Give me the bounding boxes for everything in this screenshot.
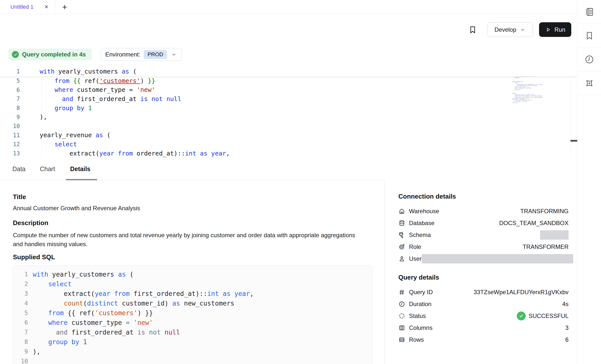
query-row-status: StatusSUCCESSFUL <box>398 310 569 322</box>
develop-dropdown[interactable]: Develop <box>487 22 533 37</box>
line-number: 1 <box>13 271 28 278</box>
description-value: Compute the number of new customers and … <box>13 231 365 249</box>
connection-row-user: User <box>398 253 569 265</box>
code-text: group by 1 <box>33 338 87 346</box>
row-label: Query ID <box>409 289 433 296</box>
row-value: 33TZseWpe1ALFDUYerxR1gVKxbv <box>474 289 569 296</box>
line-number: 5 <box>13 310 28 316</box>
line-number: 6 <box>13 319 28 326</box>
results-tab-bar: Data Chart Details <box>0 158 577 180</box>
code-line: 10 <box>0 122 577 131</box>
code-text: from {{ ref('customers') }} <box>33 309 153 317</box>
line-number: 10 <box>0 123 20 129</box>
sidebar-button-notebook[interactable] <box>578 0 601 24</box>
connection-row-schema: Schema <box>398 229 569 241</box>
description-heading: Description <box>13 219 48 227</box>
environment-label: Environment: <box>105 51 140 58</box>
row-label: Database <box>409 220 435 227</box>
code-text: extract(year from first_ordered_at)::int… <box>33 290 254 297</box>
sticky-scroll-line[interactable]: 1with yearly_customers as ( <box>0 67 577 77</box>
code-line: 8 group by 1 <box>0 104 577 113</box>
environment-selector[interactable]: Environment: PROD <box>101 48 182 61</box>
line-number: 12 <box>0 141 20 147</box>
title-value: Annual Customer Growth and Revenue Analy… <box>13 205 140 212</box>
row-label: Columns <box>409 324 433 331</box>
rows-icon <box>398 336 405 343</box>
role-icon <box>398 243 405 250</box>
code-line: 7 and first_ordered_at is not null <box>0 94 577 104</box>
details-panel: Title Annual Customer Growth and Revenue… <box>13 180 372 364</box>
row-label: Warehouse <box>409 208 439 215</box>
line-number: 9 <box>13 348 28 355</box>
chevron-down-icon <box>171 52 177 57</box>
code-text: count(distinct customer_id) as new_custo… <box>33 300 234 307</box>
details-sidebar: Connection details WarehouseTRANSFORMING… <box>384 180 577 364</box>
tab-chart[interactable]: Chart <box>40 158 55 180</box>
query-row-rows: Rows6 <box>398 334 569 346</box>
connection-details-rows: WarehouseTRANSFORMINGDatabaseDOCS_TEAM_S… <box>398 205 569 265</box>
line-number: 8 <box>13 338 28 345</box>
develop-label: Develop <box>494 26 516 33</box>
code-text: yearly_revenue as ( <box>40 131 110 139</box>
code-text: group by 1 <box>40 104 92 112</box>
notebook-icon <box>584 7 595 17</box>
tab-data[interactable]: Data <box>12 158 26 180</box>
row-value: 6 <box>565 336 569 343</box>
row-label: Status <box>409 312 426 319</box>
chevron-down-icon <box>520 27 526 33</box>
line-number: 6 <box>0 87 20 93</box>
row-label: Schema <box>409 232 431 238</box>
code-line: 7 and first_ordered_at is not null <box>13 327 372 337</box>
code-text: where customer_type = 'new' <box>33 319 153 326</box>
row-value <box>422 254 573 263</box>
check-circle-icon <box>12 51 19 58</box>
row-value: TRANSFORMER <box>523 243 569 250</box>
code-line: 2 select <box>13 279 372 289</box>
sidebar-button-bookmark[interactable] <box>578 24 601 48</box>
code-line: 3 extract(year from first_ordered_at)::i… <box>13 289 372 298</box>
right-icon-sidebar <box>577 0 601 364</box>
code-text: ), <box>33 348 40 355</box>
bookmark-query-button[interactable] <box>468 25 477 34</box>
success-check-icon <box>517 312 526 320</box>
hash-icon <box>398 289 405 296</box>
line-number: 3 <box>13 290 28 297</box>
supplied-sql-heading: Supplied SQL <box>13 253 55 261</box>
query-details-heading: Query details <box>398 265 569 281</box>
connection-row-warehouse: WarehouseTRANSFORMING <box>398 205 569 217</box>
clock-icon <box>584 54 595 65</box>
line-number: 9 <box>0 114 20 120</box>
tab-untitled-1[interactable]: Untitled 1 ✕ <box>0 0 55 14</box>
schema-icon <box>398 232 405 238</box>
editor-lines[interactable]: 5 from {{ ref('customers') }}6 where cus… <box>0 76 577 158</box>
new-tab-button[interactable]: + <box>59 1 70 13</box>
environment-value-chip: PROD <box>144 50 167 59</box>
run-label: Run <box>554 26 565 33</box>
code-text: from {{ ref('customers') }} <box>40 77 155 84</box>
line-number: 4 <box>13 300 28 307</box>
query-details-rows: Query ID33TZseWpe1ALFDUYerxR1gVKxbvDurat… <box>398 286 569 346</box>
bookmark-icon <box>584 30 595 41</box>
loader-icon <box>398 312 405 319</box>
sidebar-button-copilot[interactable] <box>578 71 601 95</box>
app-window: Untitled 1 ✕ + Develop Run Query complet… <box>0 0 601 364</box>
query-row-columns: Columns3 <box>398 322 569 334</box>
code-line: 10 <box>13 356 372 364</box>
clock-icon <box>398 301 405 308</box>
line-number: 8 <box>0 105 20 111</box>
run-button[interactable]: Run <box>539 22 571 37</box>
code-text: with yearly_customers as ( <box>33 271 134 278</box>
row-value: TRANSFORMING <box>520 208 569 215</box>
main-column: Untitled 1 ✕ + Develop Run Query complet… <box>0 0 577 364</box>
line-number: 11 <box>0 132 20 138</box>
tab-details[interactable]: Details <box>70 158 90 180</box>
close-tab-icon[interactable]: ✕ <box>44 4 49 10</box>
line-number: 13 <box>0 150 20 156</box>
sidebar-button-clock[interactable] <box>578 48 601 71</box>
connection-row-database: DatabaseDOCS_TEAM_SANDBOX <box>398 217 569 229</box>
code-text: and first_ordered_at is not null <box>33 329 180 336</box>
sql-editor[interactable]: 1with yearly_customers as ( 5 from {{ re… <box>0 62 577 158</box>
connection-row-role: RoleTRANSFORMER <box>398 241 569 253</box>
code-line: 13 extract(year from ordered_at)::int as… <box>0 149 577 158</box>
play-icon <box>545 26 551 33</box>
